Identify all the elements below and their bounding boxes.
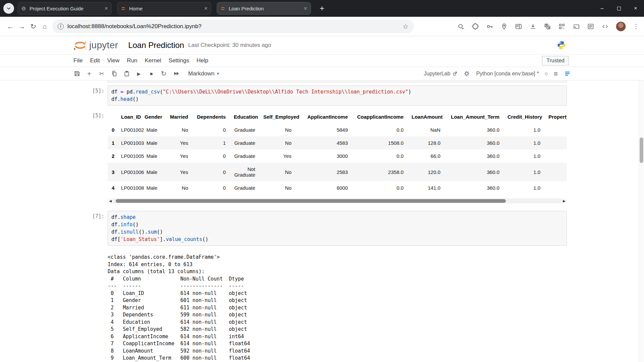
cell-value: 0.0 [352,149,408,163]
code-token: . [117,222,120,228]
scroll-left-arrow[interactable]: ◀ [108,198,113,203]
lens-camera-icon[interactable] [457,23,465,30]
run-cell-button[interactable]: ▶ [135,70,143,77]
code-token: df [111,96,117,102]
menu-kernel[interactable]: Kernel [141,57,165,64]
menu-settings[interactable]: Settings [165,57,193,64]
cell-value: 0 [192,181,230,194]
globe-favicon [21,6,26,11]
cell-type-dropdown[interactable]: Markdown ▾ [188,70,219,77]
cut-cell-button[interactable]: ✂ [98,70,105,77]
scrollbar-thumb[interactable] [116,199,506,203]
tab-close-icon[interactable]: × [204,5,208,11]
output-prompt [91,250,108,362]
open-in-jupyterlab-link[interactable]: JupyterLab [424,71,457,77]
menu-edit[interactable]: Edit [86,57,103,64]
qr-code-icon[interactable] [558,23,566,30]
reading-list-icon[interactable] [515,23,522,30]
profile-avatar[interactable] [616,21,626,32]
location-pin-icon[interactable] [500,23,508,30]
cell-value: 1.0 [503,163,544,181]
code-token: df [111,89,117,95]
back-button[interactable]: ← [5,21,16,32]
scrollbar-track[interactable] [113,198,561,203]
reader-mode-icon[interactable] [587,23,594,30]
browser-tab[interactable]: Project Execution Guide× [17,2,112,15]
cast-icon[interactable] [573,23,580,30]
settings-gear-icon[interactable] [463,70,471,77]
minimize-button[interactable]: – [594,0,610,17]
close-window-button[interactable]: × [627,0,644,17]
horizontal-scrollbar[interactable]: ◀▶ [108,198,567,203]
restart-run-all-button[interactable] [172,70,180,77]
code-token: head [120,96,132,102]
code-token: df [111,236,117,242]
maximize-button[interactable] [610,0,627,17]
cell-value: 3000 [296,149,352,163]
notebook-vertical-scrollbar[interactable] [639,80,644,362]
copy-cell-button[interactable] [110,70,118,77]
tab-close-icon[interactable]: × [104,5,108,11]
site-info-icon[interactable]: i [58,23,64,29]
restart-kernel-button[interactable]: ↻ [160,70,167,77]
notification-menu-icon[interactable]: ≡ [554,70,558,78]
previous-cell-remnant [108,80,567,82]
kernel-indicator[interactable]: Python [conda env:base] * [476,71,539,77]
menu-view[interactable]: View [104,57,123,64]
column-header: Self_Employed [259,110,296,123]
download-icon[interactable] [529,23,537,30]
notebook-content: [5]:df = pd.read_csv("C:\\Users\\DeLL\\O… [0,80,644,362]
table-row: 3LP001006MaleYes0Not GraduateNo25832358.… [108,163,567,181]
menu-file[interactable]: File [70,57,86,64]
code-editor[interactable]: df.shape df.info() df.isnull().sum() df[… [108,211,567,246]
jupyter-favicon [220,6,226,11]
cell-value: No [259,123,296,136]
home-button[interactable]: ⌂ [39,21,50,32]
forward-button[interactable]: → [16,21,28,32]
column-header: Loan_ID [117,110,141,123]
code-token: [ [117,236,120,242]
scroll-right-arrow[interactable]: ▶ [561,198,567,203]
code-token: df [111,214,117,220]
code-token [117,89,120,95]
trusted-badge[interactable]: Trusted [542,56,569,65]
code-source: df.shape df.info() df.isnull().sum() df[… [111,214,563,243]
table-row: 0LP001002MaleNo0GraduateNo58490.0NaN360.… [108,123,567,136]
chevron-down-icon [6,5,12,11]
code-brackets-icon[interactable] [601,23,609,30]
tab-close-icon[interactable]: × [304,5,307,11]
code-token: () [202,236,208,242]
table-of-contents-icon[interactable] [564,70,571,77]
vertical-scrollbar-thumb[interactable] [640,137,643,163]
url-text[interactable]: localhost:8888/notebooks/Loan%20Predicti… [67,23,399,30]
cell-value: No [259,181,296,194]
tab-search-button[interactable] [3,3,14,14]
code-source: df = pd.read_csv("C:\\Users\\DeLL\\OneDr… [111,88,563,103]
reload-button[interactable]: ↻ [28,21,39,32]
cell-value [544,181,567,194]
code-token: . [117,214,120,220]
extensions-icon[interactable] [472,23,479,30]
cell-value: 0 [192,123,230,136]
translate-icon[interactable] [544,23,551,30]
save-button[interactable] [73,70,80,77]
browser-tab[interactable]: Loan Prediction× [217,2,311,15]
new-tab-button[interactable]: + [316,4,328,13]
add-cell-button[interactable]: + [86,70,93,77]
notebook-title[interactable]: Loan Prediction [128,41,184,50]
code-editor[interactable]: df = pd.read_csv("C:\\Users\\DeLL\\OneDr… [108,85,567,106]
bookmark-star-icon[interactable]: ☆ [402,22,409,31]
menu-run[interactable]: Run [123,57,141,64]
cell-value: Not Graduate [230,163,259,181]
cell-value: LP001006 [117,163,141,181]
code-token: () [132,96,139,102]
address-bar[interactable]: i localhost:8888/notebooks/Loan%20Predic… [52,19,414,33]
browser-menu-icon[interactable]: ⋮ [633,22,639,30]
browser-tab[interactable]: Home× [117,2,211,15]
menu-help[interactable]: Help [193,57,212,64]
paste-cell-button[interactable] [123,70,130,77]
password-key-icon[interactable] [486,23,493,30]
stop-kernel-button[interactable]: ■ [148,70,155,77]
cell-value: 6000 [296,181,352,194]
column-header: CoapplicantIncome [352,110,408,123]
